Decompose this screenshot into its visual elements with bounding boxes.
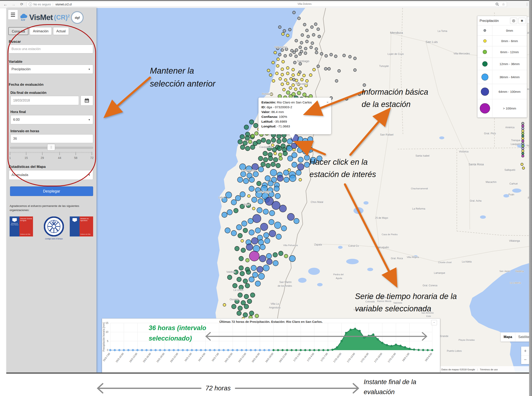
map-place-label: Lamarque xyxy=(434,272,445,274)
minagri-logo: Ministerio de AgriculturaGobierno de Chi… xyxy=(70,216,93,237)
map-place-label: América xyxy=(505,126,514,129)
map-place-label: Mendoza xyxy=(390,31,403,35)
svg-text:17/3-19:00: 17/3-19:00 xyxy=(374,352,383,363)
map-button[interactable]: Mapa xyxy=(501,332,515,342)
map-place-label: Águila xyxy=(336,277,342,280)
legend-row: > 100mm xyxy=(478,99,527,117)
svg-text:15/3-16:00: 15/3-16:00 xyxy=(142,352,151,363)
map-place-label: La Adela xyxy=(462,260,472,263)
legend-row: 6mm - 12mm xyxy=(478,46,527,58)
map-zoom-control: + − xyxy=(521,347,530,364)
attribution-text: Datos de mapas ©2018 Google xyxy=(441,368,475,371)
svg-text:15/3-7:00: 15/3-7:00 xyxy=(102,352,110,362)
legend-row: 0mm xyxy=(478,25,527,35)
svg-text:17/3-22:00: 17/3-22:00 xyxy=(387,352,396,363)
gear-icon[interactable]: ✱ xyxy=(518,18,526,24)
map-place-label: 25 de Mayo xyxy=(375,216,388,219)
svg-text:15/3-13:00: 15/3-13:00 xyxy=(129,352,138,363)
map-place-label: Villa Regina xyxy=(407,256,419,258)
acknowledgement-text: Agradecemos el esfuerzo permanente de la… xyxy=(10,204,93,212)
window-edge xyxy=(529,0,532,396)
vismet-app: ← → ⟳ i No es seguro | vismet.cr2.cl ☆ ⋮ xyxy=(0,0,532,396)
legend-row: 0mm - 6mm xyxy=(478,35,527,46)
legend-circle-icon xyxy=(481,87,489,96)
map-place-label: Villa Mercedes xyxy=(454,52,470,55)
annotation-serie-tiempo: Serie de tiempo horaria de la variable s… xyxy=(355,290,457,315)
map-place-label: San Javier xyxy=(499,270,510,272)
svg-text:17/3-7:00: 17/3-7:00 xyxy=(320,352,328,362)
svg-text:0: 0 xyxy=(107,349,108,352)
legend-range-label: 64mm - 100mm xyxy=(492,90,527,93)
target-icon[interactable] xyxy=(510,18,517,24)
svg-text:17/3-10:00: 17/3-10:00 xyxy=(333,352,342,363)
svg-text:16/3-4:00: 16/3-4:00 xyxy=(197,352,206,362)
svg-text:18/3-1:00: 18/3-1:00 xyxy=(402,352,410,362)
legend-title: Precipitación xyxy=(480,19,499,23)
map-place-label: San Rafael xyxy=(380,133,393,136)
map-place-label: La Reforma xyxy=(412,207,425,210)
popup-tail xyxy=(289,134,295,139)
hamburger-menu-button[interactable] xyxy=(8,10,18,20)
map-attribution: Datos de mapas ©2018 Google | Términos d… xyxy=(440,366,530,373)
map-place-label: Puán xyxy=(508,193,514,196)
svg-text:17/3-13:00: 17/3-13:00 xyxy=(346,352,355,363)
map-place-label: San Luis xyxy=(425,40,438,44)
map-place-label: Gral. Acha xyxy=(470,199,481,202)
legend-circle-icon xyxy=(484,29,486,32)
svg-text:17/3-1:00: 17/3-1:00 xyxy=(293,352,301,362)
annotation-72-horas: 72 horas xyxy=(205,383,231,393)
svg-text:17/3-16:00: 17/3-16:00 xyxy=(360,352,369,363)
legend-row: 64mm - 100mm xyxy=(478,84,527,99)
map-place-label: Macachín xyxy=(486,181,496,184)
map-place-label: Cutral Co xyxy=(348,245,359,247)
legend-circle-icon xyxy=(480,103,490,113)
svg-text:15/3-19:00: 15/3-19:00 xyxy=(156,352,165,363)
red-highlight-oval xyxy=(7,24,96,186)
svg-text:16/3-1:00: 16/3-1:00 xyxy=(184,352,192,362)
zoom-out-button[interactable]: − xyxy=(521,355,530,364)
station-info-fields: Estación: Rio Claro en San CarlosID: dga… xyxy=(261,100,328,129)
map-place-label: Puerto Lobos xyxy=(447,349,462,352)
close-icon[interactable]: × xyxy=(326,100,329,105)
map-place-label: Piedra del xyxy=(333,273,344,276)
map-place-label: La Unión xyxy=(233,289,244,291)
dmc-logo: Contigo todo el tiempo xyxy=(41,216,66,240)
svg-text:16/3-13:00: 16/3-13:00 xyxy=(238,352,247,363)
terms-link[interactable]: Términos de uso xyxy=(480,368,498,371)
desplegar-button[interactable]: Desplegar xyxy=(10,186,93,196)
map-place-label: Zapala xyxy=(314,243,322,246)
map-place-label: Chos Malal xyxy=(311,201,323,204)
legend-circle-icon xyxy=(482,61,488,67)
popup-field: Confianza: 100% xyxy=(261,115,328,119)
svg-text:15: 15 xyxy=(106,321,108,325)
map-place-label: Angostura xyxy=(269,306,281,309)
map-place-label: Angol xyxy=(244,203,250,206)
zoom-in-button[interactable]: + xyxy=(521,347,530,355)
map-place-label: Chacharramendi xyxy=(411,187,428,190)
svg-text:18/3-6:00: 18/3-6:00 xyxy=(424,352,432,362)
map-place-label: de los Andes xyxy=(278,285,292,287)
map-place-label: Tunuyán xyxy=(379,65,389,68)
annotation-info-basica: Información básica de la estación xyxy=(362,86,428,111)
svg-text:15/3-22:00: 15/3-22:00 xyxy=(170,352,179,363)
map-place-label: Salliqueló xyxy=(504,169,515,171)
map-place-label: Concepción xyxy=(241,169,256,172)
legend-row: 36mm - 64mm xyxy=(478,70,527,84)
map-place-label: Choele-choel xyxy=(438,261,452,264)
legend-range-label: 0mm xyxy=(492,29,527,32)
map-place-label: Playas Doradas xyxy=(459,339,475,341)
map-place-label: Victorica xyxy=(459,150,468,153)
svg-text:17/3-4:00: 17/3-4:00 xyxy=(306,352,315,362)
popup-field: Longitud: -71.0683 xyxy=(261,124,328,129)
map-place-label: Villa Pehuenia xyxy=(283,244,298,246)
popup-field: ID: dga - 07320003-2 xyxy=(261,105,328,110)
svg-text:16/3-22:00: 16/3-22:00 xyxy=(278,352,287,363)
map-place-label: Este xyxy=(426,315,431,317)
map-place-label: Luján de Cuyo xyxy=(388,52,404,55)
annotation-mantener: Mantener la selección anterior xyxy=(150,64,215,90)
map-place-label: Santiago xyxy=(297,59,309,63)
map-place-label: Gral. Conesa xyxy=(423,284,437,287)
svg-text:16/3-7:00: 16/3-7:00 xyxy=(211,352,219,362)
popup-field: Valor: 86.4 mm xyxy=(261,110,328,115)
svg-text:16/3-10:00: 16/3-10:00 xyxy=(224,352,233,363)
